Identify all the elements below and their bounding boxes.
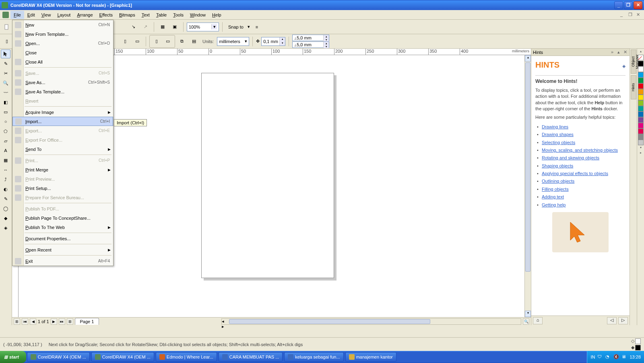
hints-link[interactable]: Filling objects: [542, 187, 569, 192]
doc-close-icon[interactable]: ✕: [636, 12, 642, 18]
doc-restore-icon[interactable]: ❐: [628, 12, 634, 18]
file-menu-new-from-template[interactable]: New From Template...: [12, 29, 113, 39]
outline-indicator[interactable]: [635, 345, 641, 351]
hints-forward-button[interactable]: ▷: [618, 317, 628, 324]
docker-header[interactable]: Hints » ▴ ✕: [531, 49, 630, 56]
menu-tools[interactable]: Tools: [170, 11, 187, 19]
doc-minimize-icon[interactable]: _: [620, 12, 626, 18]
palette-flyout-icon[interactable]: ▸: [640, 151, 642, 156]
scroll-thumb-h[interactable]: [229, 319, 430, 324]
start-button[interactable]: ⊞start: [0, 351, 26, 363]
docker-collapse-icon[interactable]: »: [609, 50, 615, 55]
file-menu-acquire-image[interactable]: Acquire Image▶: [12, 107, 113, 117]
color-swatch[interactable]: [638, 128, 644, 134]
shape-tool[interactable]: ✎: [1, 59, 10, 68]
first-page-button[interactable]: ⏮: [22, 318, 28, 325]
menu-layout[interactable]: Layout: [54, 11, 74, 19]
smart-fill-tool[interactable]: ◧: [1, 98, 10, 107]
import-button[interactable]: ↘: [128, 22, 138, 32]
color-swatch[interactable]: [638, 95, 644, 100]
text-tool[interactable]: A: [1, 146, 10, 155]
menu-edit[interactable]: Edit: [24, 11, 38, 19]
taskbar-item[interactable]: CorelDRAW X4 (OEM ...: [91, 352, 154, 362]
color-swatch[interactable]: [638, 72, 644, 78]
taskbar-item[interactable]: Edmodo | Where Lear...: [156, 352, 217, 362]
zoom-tool[interactable]: 🔍: [1, 78, 10, 87]
color-swatch[interactable]: [638, 106, 644, 111]
page-options-icon[interactable]: ▤: [189, 36, 199, 47]
scroll-up-icon[interactable]: ▴: [525, 55, 531, 62]
menu-effects[interactable]: Effects: [96, 11, 116, 19]
hints-back-button[interactable]: ◁: [607, 317, 617, 324]
outline-tool[interactable]: ◯: [1, 204, 10, 213]
no-fill-swatch[interactable]: [638, 55, 644, 60]
file-menu-publish-to-the-web[interactable]: Publish To The Web▶: [12, 223, 113, 232]
units-combo[interactable]: millimeters▾: [217, 37, 249, 46]
last-page-button[interactable]: ⏭: [59, 318, 65, 325]
taskbar-item[interactable]: manajemen kantor: [345, 352, 396, 362]
duplicate-pages-icon[interactable]: ⧉: [177, 36, 187, 47]
welcome-button[interactable]: ▣: [169, 22, 180, 32]
tray-volume-icon[interactable]: 🔇: [613, 354, 619, 360]
freehand-tool[interactable]: 〰: [1, 88, 10, 97]
scroll-right-icon[interactable]: ▸: [222, 324, 228, 329]
tray-shield-icon[interactable]: 🛡: [597, 354, 603, 360]
add-page-after-button[interactable]: ⊞: [67, 318, 73, 325]
scroll-thumb[interactable]: [525, 62, 530, 272]
menu-bitmaps[interactable]: Bitmaps: [116, 11, 138, 19]
next-page-button[interactable]: ▶: [51, 318, 57, 325]
file-menu-print-setup[interactable]: Print Setup...: [12, 184, 113, 193]
hints-link[interactable]: Getting help: [542, 202, 566, 207]
landscape-button[interactable]: ▭: [132, 36, 142, 47]
scroll-down-icon[interactable]: ▾: [525, 311, 531, 317]
polygon-tool[interactable]: ⬠: [1, 127, 10, 136]
file-menu-save-as-template[interactable]: Save As Template...: [12, 87, 113, 96]
file-menu-print-merge[interactable]: Print Merge▶: [12, 165, 113, 174]
help-icon[interactable]: ◈: [622, 63, 625, 69]
eyedropper-tool[interactable]: ✎: [1, 194, 10, 203]
color-swatch[interactable]: [638, 89, 644, 95]
paper-size-button[interactable]: ▯: [2, 36, 12, 47]
tray-network-icon[interactable]: ◔: [605, 354, 611, 360]
spin-up-icon[interactable]: ▴: [279, 37, 285, 41]
dropdown-icon[interactable]: ▾: [248, 24, 250, 29]
menu-window[interactable]: Window: [187, 11, 209, 19]
file-menu-send-to[interactable]: Send To▶: [12, 144, 113, 154]
scroll-left-icon[interactable]: ◂: [222, 319, 228, 324]
zoom-combo[interactable]: 100%▾: [187, 23, 219, 31]
file-menu-exit[interactable]: ExitAlt+F4: [12, 256, 113, 266]
palette-down-icon[interactable]: ▾: [640, 146, 642, 151]
table-tool[interactable]: ▦: [1, 156, 10, 165]
dropdown-icon[interactable]: ▾: [245, 39, 247, 44]
scrollbar-horizontal[interactable]: ◂ ▸: [221, 318, 521, 325]
hints-link[interactable]: Applying special effects to objects: [542, 171, 608, 176]
rectangle-tool[interactable]: ▭: [1, 107, 10, 116]
file-menu-open[interactable]: Open...Ctrl+O: [12, 39, 113, 48]
zoom-out-icon[interactable]: 🔍: [523, 318, 529, 325]
basic-shapes-tool[interactable]: ▱: [1, 136, 10, 145]
menu-help[interactable]: Help: [209, 11, 225, 19]
single-page-icon[interactable]: ▭: [163, 36, 173, 47]
color-swatch[interactable]: [638, 78, 644, 83]
color-swatch[interactable]: [638, 83, 644, 89]
nudge-distance-input[interactable]: 0,1 mm▴▾: [261, 37, 285, 46]
file-menu-save-as[interactable]: Save As...Ctrl+Shift+S: [12, 78, 113, 87]
hints-link[interactable]: Drawing lines: [542, 124, 568, 129]
file-menu-import[interactable]: Import...Ctrl+I: [12, 117, 113, 126]
menu-arrange[interactable]: Arrange: [74, 11, 96, 19]
menu-view[interactable]: View: [38, 11, 54, 19]
docker-tab-object-manager[interactable]: Object Manager: [631, 50, 636, 74]
pick-tool[interactable]: [1, 50, 10, 58]
file-menu-new[interactable]: NewCtrl+N: [12, 20, 113, 29]
menu-table[interactable]: Table: [153, 11, 170, 19]
docker-tab-hints[interactable]: Hints: [631, 75, 636, 99]
connector-tool[interactable]: ⤴: [1, 175, 10, 184]
duplicate-y-input[interactable]: ⟂ 5,0 mm▴▾: [292, 41, 329, 48]
fill-tool[interactable]: ◆: [1, 214, 10, 223]
hints-link[interactable]: Shaping objects: [542, 163, 573, 168]
docker-close-icon[interactable]: ✕: [622, 50, 628, 55]
file-menu-document-properties[interactable]: Document Properties...: [12, 234, 113, 243]
color-swatch[interactable]: [638, 100, 644, 106]
hints-home-button[interactable]: ⌂: [533, 317, 543, 324]
color-swatch[interactable]: [638, 140, 644, 145]
